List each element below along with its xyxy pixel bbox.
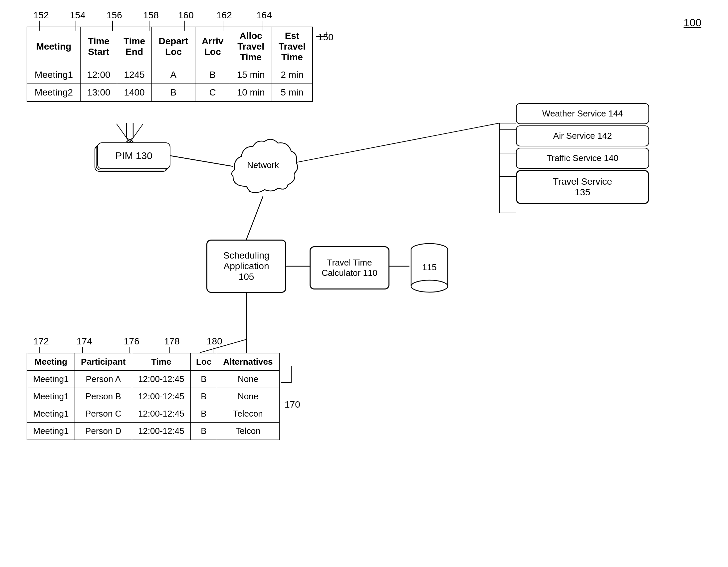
bcell-alt3: Telecon: [217, 405, 279, 423]
ref-172: 172: [33, 336, 49, 347]
table-row: Meeting1 Person D 12:00-12:45 B Telcon: [27, 423, 279, 440]
ref-164: 164: [256, 10, 272, 21]
cell-10min: 10 min: [230, 84, 272, 102]
bcell-pd: Person D: [75, 423, 132, 440]
traffic-service-box: Traffic Service 140: [516, 148, 649, 169]
svg-text:115: 115: [422, 262, 436, 272]
col-meeting: Meeting: [27, 27, 81, 66]
table-row: Meeting1 Person B 12:00-12:45 B None: [27, 388, 279, 405]
scheduling-app-label: SchedulingApplication105: [223, 250, 270, 282]
col-time-end: TimeEnd: [117, 27, 151, 66]
scheduling-app-box: SchedulingApplication105: [206, 240, 286, 293]
ref-154: 154: [70, 10, 86, 21]
ref-160: 160: [178, 10, 194, 21]
bottom-table-header-row: Meeting Participant Time Loc Alternative…: [27, 353, 279, 371]
bottom-table: Meeting Participant Time Loc Alternative…: [27, 353, 280, 440]
col-depart-loc: DepartLoc: [152, 27, 195, 66]
bottom-table-container: Meeting Participant Time Loc Alternative…: [27, 353, 280, 440]
bcell-t3: 12:00-12:45: [132, 405, 190, 423]
svg-text:Network: Network: [247, 160, 279, 170]
air-service-box: Air Service 142: [516, 126, 649, 146]
pim-box: PIM 130: [97, 142, 170, 169]
bcell-t4: 12:00-12:45: [132, 423, 190, 440]
ref-170: 170: [285, 399, 300, 410]
bcell-m4: Meeting1: [27, 423, 75, 440]
cell-2min: 2 min: [272, 66, 313, 84]
weather-service-box: Weather Service 144: [516, 103, 649, 124]
bcell-m1: Meeting1: [27, 371, 75, 388]
bcell-alt2: None: [217, 388, 279, 405]
services-panel: Weather Service 144 Air Service 142 Traf…: [516, 103, 649, 204]
ref-156: 156: [107, 10, 122, 21]
travel-service-box: Travel Service135: [516, 170, 649, 204]
bcol-loc: Loc: [190, 353, 217, 371]
svg-line-15: [117, 124, 130, 142]
table-row: Meeting1 Person A 12:00-12:45 B None: [27, 371, 279, 388]
bcell-t2: 12:00-12:45: [132, 388, 190, 405]
bcol-participant: Participant: [75, 353, 132, 371]
bcol-time: Time: [132, 353, 190, 371]
bcell-lb2: B: [190, 388, 217, 405]
col-alloc-travel-time: AllocTravelTime: [230, 27, 272, 66]
ref-100: 100: [684, 17, 701, 29]
table-row: Meeting1 Person C 12:00-12:45 B Telecon: [27, 405, 279, 423]
cell-15min: 15 min: [230, 66, 272, 84]
bcell-t1: 12:00-12:45: [132, 371, 190, 388]
bcell-pa: Person A: [75, 371, 132, 388]
bcell-pb: Person B: [75, 388, 132, 405]
cell-a: A: [152, 66, 195, 84]
travel-time-calculator-box: Travel TimeCalculator 110: [310, 246, 389, 289]
bcol-meeting: Meeting: [27, 353, 75, 371]
cell-b2: B: [152, 84, 195, 102]
svg-line-11: [126, 138, 133, 142]
bcell-lb3: B: [190, 405, 217, 423]
col-arriv-loc: ArrivLoc: [195, 27, 230, 66]
cell-1400: 1400: [117, 84, 151, 102]
bcol-alternatives: Alternatives: [217, 353, 279, 371]
network-cloud: Network: [226, 133, 300, 200]
bcell-alt4: Telcon: [217, 423, 279, 440]
bcell-m2: Meeting1: [27, 388, 75, 405]
table-row: Meeting2 13:00 1400 B C 10 min 5 min: [27, 84, 313, 102]
ref-180: 180: [207, 336, 222, 347]
svg-line-16: [130, 124, 143, 142]
cell-c: C: [195, 84, 230, 102]
ref-162: 162: [216, 10, 232, 21]
svg-point-43: [411, 280, 448, 292]
cell-meeting1: Meeting1: [27, 66, 81, 84]
top-table-container: Meeting TimeStart TimeEnd DepartLoc Arri…: [27, 27, 313, 102]
svg-line-18: [293, 123, 499, 163]
cell-12-00: 12:00: [81, 66, 117, 84]
ref-158: 158: [143, 10, 159, 21]
svg-line-12: [126, 138, 133, 142]
ref-176: 176: [124, 336, 139, 347]
top-table-header-row: Meeting TimeStart TimeEnd DepartLoc Arri…: [27, 27, 313, 66]
svg-line-25: [246, 196, 263, 240]
diagram: 100: [0, 0, 728, 567]
cell-1245: 1245: [117, 66, 151, 84]
cell-13-00: 13:00: [81, 84, 117, 102]
bcell-pc: Person C: [75, 405, 132, 423]
bcell-alt1: None: [217, 371, 279, 388]
col-time-start: TimeStart: [81, 27, 117, 66]
cell-5min: 5 min: [272, 84, 313, 102]
cell-meeting2: Meeting2: [27, 84, 81, 102]
ref-150: 150: [318, 32, 334, 43]
bcell-lb1: B: [190, 371, 217, 388]
ref-178: 178: [164, 336, 180, 347]
col-est-travel-time: EstTravelTime: [272, 27, 313, 66]
ref-174: 174: [77, 336, 92, 347]
database-cylinder: 115: [409, 243, 449, 296]
svg-line-17: [170, 156, 233, 166]
ttc-label: Travel TimeCalculator 110: [322, 258, 377, 278]
top-table: Meeting TimeStart TimeEnd DepartLoc Arri…: [27, 27, 313, 102]
bcell-m3: Meeting1: [27, 405, 75, 423]
bcell-lb4: B: [190, 423, 217, 440]
table-row: Meeting1 12:00 1245 A B 15 min 2 min: [27, 66, 313, 84]
cell-b: B: [195, 66, 230, 84]
ref-152: 152: [33, 10, 49, 21]
